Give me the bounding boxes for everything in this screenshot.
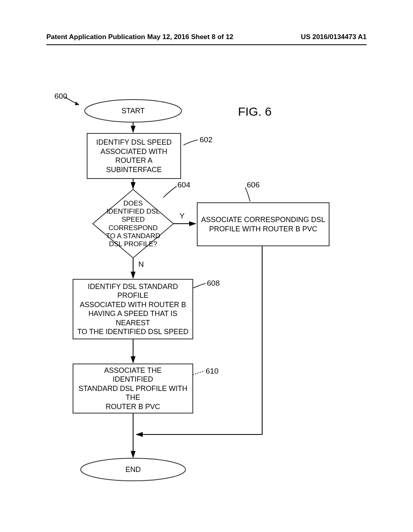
- branch-no: N: [138, 260, 144, 269]
- step-602: IDENTIFY DSL SPEED ASSOCIATED WITH ROUTE…: [87, 133, 181, 179]
- callout-608: 608: [207, 279, 220, 288]
- callout-604: 604: [177, 181, 190, 189]
- decision-604: DOES IDENTIFIED DSL SPEED CORRESPOND TO …: [93, 193, 173, 255]
- callout-606: 606: [247, 181, 260, 189]
- step-606: ASSOCIATE CORRESPONDING DSL PROFILE WITH…: [197, 202, 330, 246]
- step-608: IDENTIFY DSL STANDARD PROFILE ASSOCIATED…: [73, 279, 193, 339]
- page: Patent Application Publication May 12, 2…: [0, 0, 413, 532]
- branch-yes: Y: [179, 212, 185, 220]
- start-node: START: [109, 106, 157, 116]
- step-610: ASSOCIATE THE IDENTIFIED STANDARD DSL PR…: [73, 364, 193, 414]
- end-node: END: [113, 464, 153, 475]
- callout-600: 600: [54, 92, 67, 101]
- flowchart-svg: [0, 0, 413, 532]
- callout-602: 602: [200, 135, 213, 144]
- callout-610: 610: [206, 367, 219, 376]
- svg-marker-12: [75, 102, 79, 105]
